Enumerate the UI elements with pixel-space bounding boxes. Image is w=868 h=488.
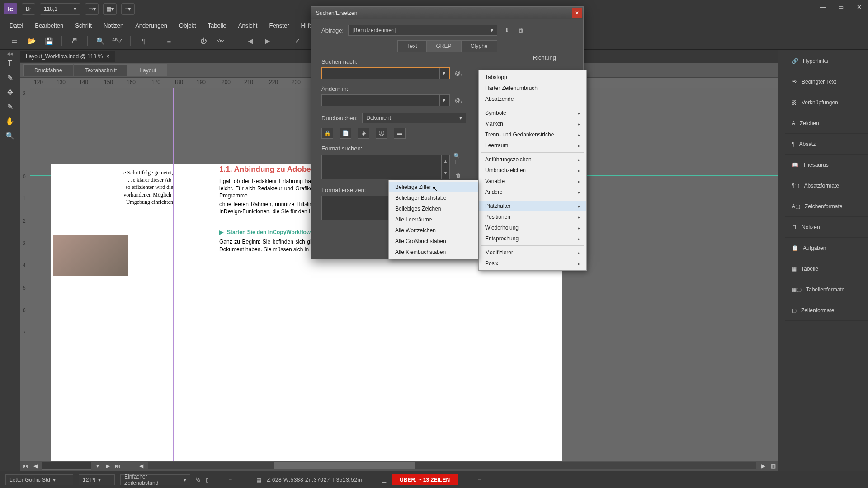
document-tab[interactable]: Layout_Workflow.indd @ 118 %× [20, 51, 115, 62]
chevron-down-icon[interactable]: ▾ [439, 95, 448, 106]
format-suchen-box[interactable]: ▲▼ [321, 155, 450, 179]
find-icon[interactable]: 🔍 [94, 35, 107, 47]
submenu-item[interactable]: Beliebiges Zeichen [389, 203, 478, 214]
menu-item[interactable]: Umbruchzeichen [479, 165, 586, 176]
align-icon[interactable]: ≡ [229, 477, 232, 483]
menu-item[interactable]: Entsprechung [479, 233, 586, 244]
menu-item[interactable]: Harter Zeilenumbruch [479, 83, 586, 94]
delete-query-icon[interactable]: 🗑 [516, 25, 526, 35]
menu-item[interactable]: Positionen [479, 211, 586, 222]
panel-zeichen[interactable]: AZeichen [785, 113, 868, 134]
hand-tool-icon[interactable]: ✋ [2, 115, 18, 127]
close-tab-icon[interactable]: × [106, 53, 109, 60]
next-page-button[interactable]: ▶ [103, 461, 113, 471]
panel-collapse-strip[interactable] [778, 50, 785, 471]
submenu-item[interactable]: Alle Großbuchstaben [389, 236, 478, 247]
durchsuchen-select[interactable]: Dokument▾ [362, 113, 466, 123]
font-size-select[interactable]: 12 Pt▾ [79, 474, 115, 485]
save-icon[interactable]: 💾 [42, 35, 55, 47]
horizontal-scrollbar[interactable] [148, 462, 756, 469]
page-number-field[interactable] [42, 462, 91, 470]
line-spacing-select[interactable]: Einfacher Zeilenabstand▾ [120, 474, 190, 485]
collapse-icon[interactable]: ◀◀ [0, 52, 20, 55]
panel-thesaurus[interactable]: 📖Thesaurus [785, 155, 868, 175]
menu-item[interactable]: Variable [479, 176, 586, 187]
menu-item[interactable]: Platzhalter [479, 201, 586, 211]
menu-item[interactable]: Absatzende [479, 94, 586, 104]
panel-aufgaben[interactable]: 📋Aufgaben [785, 238, 868, 258]
view-options-button[interactable]: ≡▾ [121, 3, 135, 15]
tab-glyphe[interactable]: Glyphe [461, 40, 497, 52]
bridge-button[interactable]: Br [22, 3, 35, 15]
new-icon[interactable]: ▭ [8, 35, 21, 47]
menu-item[interactable]: Andere [479, 187, 586, 197]
power-icon[interactable]: ⏻ [197, 35, 210, 47]
master-pages-icon[interactable]: Ⓐ [376, 128, 387, 139]
footnotes-icon[interactable]: ▬ [394, 128, 406, 139]
submenu-item[interactable]: Alle Leerräume [389, 214, 478, 225]
suchen-nach-input[interactable]: ▾ [321, 67, 450, 79]
prev-icon[interactable]: ◀ [244, 35, 257, 47]
locked-stories-icon[interactable]: 📄 [340, 128, 351, 139]
dialog-title-bar[interactable]: Suchen/Ersetzen ✕ [311, 7, 583, 19]
tab-textabschnitt[interactable]: Textabschnitt [74, 64, 128, 76]
minimize-button[interactable]: — [814, 0, 832, 14]
arrow-up-icon[interactable]: ▲ [442, 155, 449, 167]
panel-absatz[interactable]: ¶Absatz [785, 134, 868, 155]
submenu-item[interactable]: Alle Wortzeichen [389, 225, 478, 236]
tab-text[interactable]: Text [397, 40, 426, 52]
restore-button[interactable]: ▭ [832, 0, 850, 14]
eye-icon[interactable]: 👁 [214, 35, 227, 47]
prev-page-button[interactable]: ◀ [30, 461, 40, 471]
accept-icon[interactable]: ✓ [291, 35, 304, 47]
menu-item[interactable]: Marken [479, 118, 586, 129]
panel-hyperlinks[interactable]: 🔗Hyperlinks [785, 51, 868, 71]
zoom-level-field[interactable]: 118,1▾ [40, 3, 80, 15]
menu-aenderungen[interactable]: Änderungen [129, 19, 173, 32]
save-query-icon[interactable]: ⬇︎ [502, 25, 512, 35]
menu-objekt[interactable]: Objekt [173, 19, 202, 32]
menu-tabelle[interactable]: Tabelle [202, 19, 232, 32]
menu-schrift[interactable]: Schrift [69, 19, 98, 32]
abfrage-select[interactable]: [Benutzerdefiniert]▾ [348, 25, 497, 36]
tab-layout[interactable]: Layout [128, 64, 167, 76]
menu-icon[interactable]: ≡ [478, 477, 481, 483]
special-chars-button[interactable]: @, [453, 68, 463, 78]
split-view-button[interactable]: ▥ [768, 461, 778, 471]
dialog-close-button[interactable]: ✕ [572, 8, 582, 18]
menu-ansicht[interactable]: Ansicht [232, 19, 264, 32]
caps-icon[interactable]: ▯ [206, 477, 209, 483]
panel-absatzformate[interactable]: ¶▢Absatzformate [785, 175, 868, 196]
close-window-button[interactable]: ✕ [850, 0, 868, 14]
scroll-left-button[interactable]: ◀ [136, 461, 146, 471]
print-icon[interactable]: 🖶 [68, 35, 81, 47]
submenu-item[interactable]: Alle Kleinbuchstaben [389, 247, 478, 258]
pilcrow-icon[interactable]: ¶ [137, 35, 150, 47]
clear-format-icon[interactable]: 🗑 [453, 170, 463, 180]
special-chars-button[interactable]: @, [453, 95, 463, 105]
notes-icon[interactable]: ≡ [163, 35, 175, 47]
last-page-button[interactable]: ⏭ [113, 461, 123, 471]
menu-item[interactable]: Tabstopp [479, 72, 586, 83]
panel-bedingter-text[interactable]: 👁Bedingter Text [785, 71, 868, 92]
arrange-button[interactable]: ▦▾ [103, 3, 117, 15]
submenu-item[interactable]: Beliebiger Buchstabe [389, 192, 478, 203]
font-family-select[interactable]: Letter Gothic Std▾ [5, 474, 73, 485]
menu-item[interactable]: Modifizierer [479, 247, 586, 258]
menu-notizen[interactable]: Notizen [98, 19, 129, 32]
eyedropper-tool-icon[interactable]: ✎ [2, 100, 18, 113]
menu-bearbeiten[interactable]: Bearbeiten [29, 19, 69, 32]
text-tool-icon[interactable]: T [2, 57, 18, 70]
menu-datei[interactable]: Datei [4, 19, 29, 32]
specify-format-icon[interactable]: 🔍T [453, 154, 463, 164]
tab-druckfahne[interactable]: Druckfahne [23, 64, 73, 76]
menu-item[interactable]: Leerraum [479, 140, 586, 151]
scrollbar-thumb[interactable] [274, 462, 415, 469]
open-icon[interactable]: 📂 [25, 35, 38, 47]
screen-mode-button[interactable]: ▭▾ [85, 3, 99, 15]
panel-verknuepfungen[interactable]: ⛓Verknüpfungen [785, 92, 868, 113]
menu-item[interactable]: Symbole [479, 108, 586, 118]
panel-zellenformate[interactable]: ▢Zellenformate [785, 300, 868, 321]
next-icon[interactable]: ▶ [261, 35, 274, 47]
panel-tabelle[interactable]: ▦Tabelle [785, 258, 868, 279]
